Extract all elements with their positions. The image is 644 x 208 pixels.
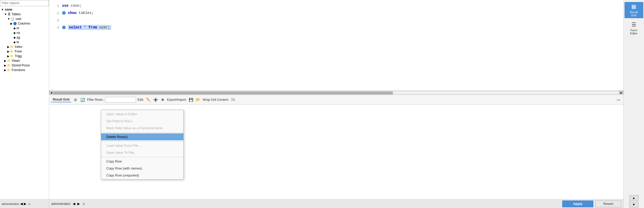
bottom-secondary-tab[interactable]: u: [83, 202, 85, 206]
tree-item-age[interactable]: ◆ ag: [0, 35, 49, 40]
result-toolbar: Result Grid ⊞ 🔄 Filter Rows: Edit: ✏️ ➕ …: [49, 95, 623, 105]
ctx-mark-function[interactable]: Mark Field Value as a Function/Literal: [101, 125, 183, 132]
right-panel: ▦ ResultGrid ☰ FormEditor ▲ ▼: [623, 0, 644, 208]
tree-label-columns: Columns: [18, 22, 30, 25]
bottom-admin-tab[interactable]: administration: [51, 202, 71, 206]
sidebar-bottom-secondary-tab[interactable]: u: [28, 202, 30, 205]
wrap-cell-icon[interactable]: IA: [230, 97, 236, 103]
context-menu: Open Value in Editor Set Field to NULL M…: [101, 110, 184, 180]
edit-add-row-icon[interactable]: ➕: [153, 97, 158, 103]
line-code-1: use conn;: [62, 4, 82, 8]
editor-line-4: 4 select * from user;: [49, 24, 623, 31]
form-editor-btn-label: FormEditor: [630, 29, 638, 35]
tree-item-views[interactable]: ▶ 📁 Views: [0, 58, 49, 63]
editor-line-2: 2 show tables;: [49, 9, 623, 17]
wrap-icon-text: IA: [231, 98, 235, 102]
ctx-open-value[interactable]: Open Value in Editor: [101, 111, 183, 118]
scrollbar-left-arrow[interactable]: ◀: [49, 91, 53, 95]
sidebar-nav-right-icon[interactable]: ▶: [24, 202, 26, 206]
tree-item-stored-procedures[interactable]: ▶ 📁 Stored Proce: [0, 63, 49, 68]
scroll-up-btn[interactable]: ▲: [629, 195, 639, 201]
line-4-dot: [62, 26, 66, 29]
bottom-nav-left-icon[interactable]: ◀: [73, 202, 75, 206]
foreign-icon: ▶ 📁: [7, 50, 14, 53]
tree-area: ▼ conn ▼ 🗄 Tables ▼ 📋 user ▶ 🔵 Columns ◆…: [0, 6, 49, 199]
triggers-icon: ▶ 📁: [7, 55, 14, 58]
highlighted-code: select * from user;: [68, 25, 111, 30]
tree-item-foreign[interactable]: ▶ 📁 Forei: [0, 49, 49, 54]
sidebar-bottom: administration ◀ ▶ u: [0, 199, 49, 208]
tables-icon: ▼ 🗄: [4, 13, 11, 16]
tree-item-indexes[interactable]: ▶ 📁 Index: [0, 44, 49, 49]
tree-label-stored: Stored Proce: [12, 64, 30, 67]
form-editor-btn[interactable]: ☰ FormEditor: [625, 20, 643, 36]
bottom-nav-right-icon[interactable]: ▶: [77, 202, 80, 206]
tree-label-tables: Tables: [12, 12, 21, 16]
columns-icon: ▶ 🔵: [10, 22, 17, 25]
line-2-dot: [62, 11, 66, 15]
tree-item-name[interactable]: ◆ na: [0, 30, 49, 35]
line-number-1: 1: [51, 4, 59, 8]
functions-icon: ▶ 📁: [4, 68, 11, 72]
scroll-down-btn[interactable]: ▼: [629, 202, 639, 207]
sidebar-nav-left-icon[interactable]: ◀: [20, 202, 23, 206]
line-number-2: 2: [51, 11, 59, 15]
views-icon: ▶ 📁: [4, 59, 11, 63]
export-icon[interactable]: 💾: [188, 97, 194, 103]
tree-item-functions[interactable]: ▶ 📁 Functions: [0, 68, 49, 72]
ctx-load-value[interactable]: Load Value From File...: [101, 142, 183, 149]
apply-button[interactable]: Apply: [562, 201, 593, 207]
ctx-delete-rows[interactable]: Delete Row(s): [101, 133, 183, 140]
user-icon: ▼ 📋: [7, 17, 14, 21]
line-number-3: 3: [51, 18, 59, 22]
result-grid-content[interactable]: Open Value in Editor Set Field to NULL M…: [49, 105, 623, 199]
filter-objects-input[interactable]: [0, 0, 49, 6]
revert-button[interactable]: Revert: [595, 201, 621, 207]
ctx-separator-3: [101, 157, 183, 157]
scrollbar-right-arrow[interactable]: ▶: [619, 91, 623, 95]
import-icon[interactable]: 📂: [195, 97, 201, 103]
edit-delete-icon[interactable]: ✖: [160, 97, 166, 103]
export-import-label: Export/Import:: [167, 98, 186, 102]
scrollbar-thumb: [54, 91, 393, 95]
text-icon: ◆: [13, 41, 16, 44]
editor-lines: 1 use conn; 2 show tables; 3 4: [49, 0, 623, 33]
tree-label-text: te: [17, 40, 19, 44]
panel-toggle-icon[interactable]: ▭: [616, 97, 621, 103]
line-number-4: 4: [51, 26, 59, 29]
toolbar-refresh-icon[interactable]: 🔄: [80, 97, 86, 103]
name-icon: ◆: [13, 31, 16, 35]
ctx-copy-row-names[interactable]: Copy Row (with names): [101, 165, 183, 172]
line-code-4: select * from user;: [68, 25, 111, 29]
tree-item-conn[interactable]: ▼ conn: [0, 7, 49, 12]
ctx-copy-row[interactable]: Copy Row: [101, 158, 183, 165]
edit-pencil-icon[interactable]: ✏️: [145, 97, 151, 103]
tree-item-user[interactable]: ▼ 📋 user: [0, 17, 49, 21]
ctx-set-null[interactable]: Set Field to NULL: [101, 118, 183, 125]
kw-show: show: [68, 11, 77, 15]
scroll-down-icon: ▼: [632, 203, 635, 206]
filter-rows-input[interactable]: [105, 97, 136, 103]
editor-scrollbar[interactable]: ◀ ▶: [49, 90, 623, 95]
conn-icon: ▼: [1, 8, 4, 11]
tree-label-indexes: Index: [15, 45, 22, 49]
kw-select: select: [69, 25, 82, 29]
age-icon: ◆: [13, 36, 16, 39]
tree-item-id[interactable]: ◆ id: [0, 26, 49, 30]
tree-item-columns[interactable]: ▶ 🔵 Columns: [0, 21, 49, 26]
ctx-copy-row-unquoted[interactable]: Copy Row (unquoted): [101, 172, 183, 179]
result-grid-tab[interactable]: Result Grid: [51, 97, 71, 102]
tree-label-views: Views: [12, 59, 20, 63]
sidebar-bottom-admin-tab[interactable]: administration: [2, 202, 19, 205]
ctx-save-value[interactable]: Save Value To File...: [101, 149, 183, 156]
form-editor-btn-icon: ☰: [632, 21, 636, 28]
result-grid-btn-label: ResultGrid: [630, 11, 638, 17]
scrollbar-track[interactable]: [53, 91, 619, 95]
toolbar-grid-icon[interactable]: ⊞: [73, 97, 78, 103]
editor-line-3: 3: [49, 17, 623, 24]
tree-item-triggers[interactable]: ▶ 📁 Trigg: [0, 54, 49, 58]
tree-item-text[interactable]: ◆ te: [0, 40, 49, 44]
tree-item-tables[interactable]: ▼ 🗄 Tables: [0, 12, 49, 17]
sql-editor[interactable]: 1 use conn; 2 show tables; 3 4: [49, 0, 623, 95]
result-grid-btn[interactable]: ▦ ResultGrid: [625, 2, 643, 18]
